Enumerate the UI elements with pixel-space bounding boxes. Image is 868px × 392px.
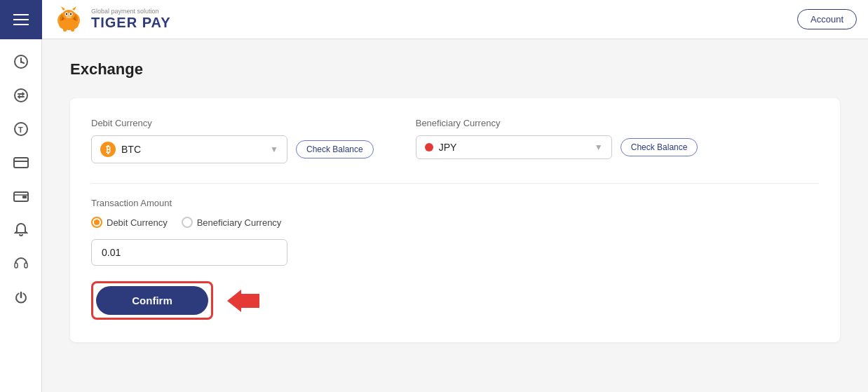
svg-rect-26 bbox=[15, 263, 18, 268]
radio-debit-circle bbox=[91, 217, 102, 228]
svg-rect-22 bbox=[14, 158, 28, 168]
confirm-area: Confirm bbox=[91, 281, 819, 320]
radio-beneficiary-currency[interactable]: Beneficiary Currency bbox=[182, 217, 282, 228]
sidebar-icon-clock[interactable] bbox=[7, 48, 35, 76]
form-divider bbox=[91, 183, 819, 184]
hamburger-icon bbox=[13, 14, 29, 25]
svg-marker-6 bbox=[61, 6, 65, 11]
debit-currency-label: Debit Currency bbox=[91, 118, 374, 128]
main-content: Exchange Debit Currency ₿ BTC ▼ Check Ba… bbox=[42, 39, 868, 392]
amount-input[interactable] bbox=[91, 239, 287, 266]
svg-point-15 bbox=[59, 19, 79, 30]
tiger-logo-icon bbox=[52, 5, 86, 34]
debit-currency-select-row: ₿ BTC ▼ Check Balance bbox=[91, 135, 374, 163]
header: Global payment solution TIGER PAY Accoun… bbox=[0, 0, 868, 39]
svg-point-19 bbox=[15, 89, 27, 102]
sidebar-icon-headset[interactable] bbox=[7, 250, 35, 278]
radio-row: Debit Currency Beneficiary Currency bbox=[91, 217, 819, 228]
beneficiary-check-balance-button[interactable]: Check Balance bbox=[621, 138, 698, 156]
svg-marker-7 bbox=[72, 6, 76, 11]
account-button[interactable]: Account bbox=[797, 9, 857, 29]
logo-big-text: TIGER PAY bbox=[91, 15, 170, 30]
debit-currency-select[interactable]: ₿ BTC ▼ bbox=[91, 135, 287, 163]
debit-currency-inner: ₿ BTC bbox=[100, 142, 141, 157]
arrow-icon bbox=[227, 290, 259, 312]
beneficiary-currency-group: Beneficiary Currency JPY ▼ Check Balance bbox=[416, 118, 698, 163]
svg-rect-27 bbox=[25, 263, 27, 268]
sidebar-icon-bell[interactable] bbox=[7, 216, 35, 244]
logo-text: Global payment solution TIGER PAY bbox=[91, 8, 170, 31]
sidebar-icon-currency[interactable]: T bbox=[7, 115, 35, 143]
beneficiary-dropdown-arrow: ▼ bbox=[595, 142, 603, 152]
debit-check-balance-button[interactable]: Check Balance bbox=[296, 140, 374, 158]
sidebar-icon-power[interactable] bbox=[7, 283, 35, 311]
beneficiary-currency-label: Beneficiary Currency bbox=[416, 118, 698, 128]
svg-marker-28 bbox=[227, 290, 259, 312]
radio-beneficiary-circle bbox=[182, 217, 193, 228]
svg-rect-25 bbox=[22, 196, 27, 198]
svg-point-11 bbox=[70, 13, 72, 14]
jpy-dot-icon bbox=[425, 143, 433, 151]
radio-debit-label: Debit Currency bbox=[107, 217, 168, 228]
beneficiary-currency-inner: JPY bbox=[425, 142, 457, 153]
debit-currency-group: Debit Currency ₿ BTC ▼ Check Balance bbox=[91, 118, 374, 163]
beneficiary-currency-value: JPY bbox=[439, 142, 457, 153]
confirm-box: Confirm bbox=[91, 281, 213, 320]
debit-currency-value: BTC bbox=[121, 144, 141, 155]
confirm-button[interactable]: Confirm bbox=[96, 286, 208, 315]
sidebar-icon-transfer[interactable] bbox=[7, 81, 35, 109]
sidebar-icon-card[interactable] bbox=[7, 149, 35, 177]
svg-point-12 bbox=[66, 15, 72, 18]
logo-area: Global payment solution TIGER PAY bbox=[42, 5, 170, 34]
svg-text:T: T bbox=[18, 126, 23, 134]
transaction-amount-label: Transaction Amount bbox=[91, 198, 819, 208]
beneficiary-currency-select-row: JPY ▼ Check Balance bbox=[416, 135, 698, 159]
header-left: Global payment solution TIGER PAY bbox=[0, 0, 170, 39]
sidebar-icon-wallet[interactable] bbox=[7, 182, 35, 210]
btc-icon: ₿ bbox=[100, 142, 116, 157]
beneficiary-currency-select[interactable]: JPY ▼ bbox=[416, 135, 612, 159]
radio-debit-currency[interactable]: Debit Currency bbox=[91, 217, 168, 228]
debit-dropdown-arrow: ▼ bbox=[270, 144, 278, 154]
hamburger-menu[interactable] bbox=[0, 0, 42, 39]
svg-point-10 bbox=[66, 13, 67, 14]
radio-beneficiary-label: Beneficiary Currency bbox=[197, 217, 282, 228]
currency-row: Debit Currency ₿ BTC ▼ Check Balance Ben… bbox=[91, 118, 819, 163]
exchange-form: Debit Currency ₿ BTC ▼ Check Balance Ben… bbox=[70, 98, 840, 342]
page-title: Exchange bbox=[70, 60, 840, 79]
logo-small-text: Global payment solution bbox=[91, 8, 170, 15]
sidebar: T bbox=[0, 39, 42, 392]
